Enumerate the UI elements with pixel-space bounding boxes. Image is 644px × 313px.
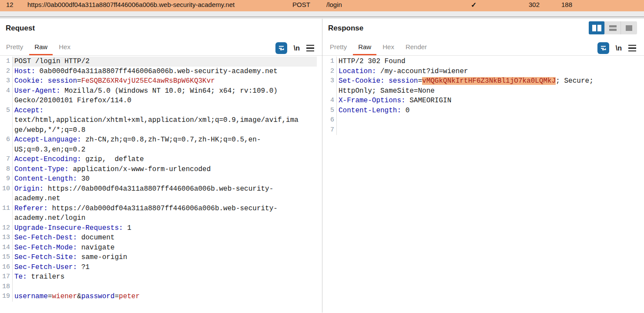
history-row[interactable]: 12 https://0ab000df04a311a8807ff446006a0… <box>0 0 644 11</box>
code-line[interactable]: 16Sec-Fetch-User: ?1 <box>0 263 322 273</box>
code-segment: Content-Length: <box>339 107 401 114</box>
code-segment: = <box>418 77 422 85</box>
line-number: 9 <box>0 174 13 184</box>
line-number: 11 <box>0 204 13 223</box>
line-number: 16 <box>0 263 13 273</box>
code-segment: Host: <box>14 67 35 75</box>
code-segment: same-origin <box>77 253 127 261</box>
tab-hex[interactable]: Hex <box>54 40 76 55</box>
code-segment: Accept-Language: <box>14 136 81 144</box>
line-number: 13 <box>0 233 13 243</box>
tab-hex[interactable]: Hex <box>377 40 399 55</box>
response-editor: 1HTTP/2 302 Found2Location: /my-account?… <box>322 55 644 135</box>
code-segment: Origin: <box>14 185 44 193</box>
code-line[interactable]: 11Referer: https://0ab000df04a311a8807ff… <box>0 204 322 223</box>
code-segment: password <box>81 293 115 300</box>
code-segment: = <box>114 293 119 300</box>
message-editor-area: Request PrettyRawHex \n 1POST /login <box>0 19 644 313</box>
code-line[interactable]: 13Sec-Fetch-Dest: document <box>0 233 322 243</box>
request-tabs: PrettyRawHex <box>1 40 77 55</box>
tab-raw[interactable]: Raw <box>353 40 376 55</box>
tab-pretty[interactable]: Pretty <box>1 40 28 55</box>
line-number: 1 <box>0 57 13 67</box>
code-line[interactable]: 18 <box>0 282 322 292</box>
code-line[interactable]: 15Sec-Fetch-Site: same-origin <box>0 252 322 263</box>
word-wrap-icon[interactable] <box>275 42 287 54</box>
code-line[interactable]: 5Content-Length: 0 <box>322 106 644 116</box>
code-line[interactable]: 17Te: trailers <box>0 272 322 282</box>
code-segment: username <box>14 293 48 300</box>
line-number: 3 <box>0 76 13 86</box>
code-segment: peter <box>119 293 140 300</box>
code-line[interactable]: 9Content-Length: 30 <box>0 174 322 184</box>
history-empty-row[interactable] <box>0 11 644 17</box>
code-line[interactable]: 6Accept-Language: zh-CN,zh;q=0.8,zh-TW;q… <box>0 135 322 155</box>
line-number: 17 <box>0 272 13 282</box>
response-panel-title: Response <box>328 24 363 33</box>
menu-icon[interactable] <box>628 45 636 52</box>
line-number: 12 <box>0 223 13 233</box>
code-line[interactable]: 4User-Agent: Mozilla/5.0 (Windows NT 10.… <box>0 86 322 106</box>
line-number: 4 <box>322 96 337 106</box>
code-segment: = <box>48 293 52 300</box>
line-number: 5 <box>322 106 337 116</box>
line-number: 7 <box>322 125 337 135</box>
code-line[interactable]: 1POST /login HTTP/2 <box>0 57 322 67</box>
code-line[interactable]: 6 <box>322 115 644 125</box>
code-line[interactable]: 4X-Frame-Options: SAMEORIGIN <box>322 96 644 106</box>
code-line[interactable]: 14Sec-Fetch-Mode: navigate <box>0 243 322 253</box>
code-segment: & <box>77 293 81 300</box>
menu-icon[interactable] <box>306 45 314 52</box>
code-line[interactable]: 1HTTP/2 302 Found <box>322 57 644 67</box>
line-number: 2 <box>322 67 337 77</box>
code-line[interactable]: 7Accept-Encoding: gzip, deflate <box>0 155 322 165</box>
code-line[interactable]: 12Upgrade-Insecure-Requests: 1 <box>0 223 322 233</box>
newline-toggle-icon[interactable]: \n <box>294 44 300 52</box>
request-toolbar: \n <box>275 42 314 54</box>
code-line[interactable]: 7 <box>322 125 644 135</box>
newline-toggle-icon[interactable]: \n <box>616 44 622 52</box>
tab-render[interactable]: Render <box>400 40 432 55</box>
code-line[interactable]: 3Cookie: session=FeSQBZ6XR4vjU25EC4awRsB… <box>0 76 322 86</box>
line-number: 15 <box>0 252 13 263</box>
code-segment: Sec-Fetch-Mode: <box>14 244 77 252</box>
word-wrap-icon[interactable] <box>597 42 609 54</box>
line-number: 6 <box>0 135 13 155</box>
code-segment: Accept: <box>14 107 44 114</box>
code-segment <box>44 77 48 85</box>
code-line[interactable]: 10Origin: https://0ab000df04a311a8807ff4… <box>0 184 322 204</box>
code-line[interactable]: 8Content-Type: application/x-www-form-ur… <box>0 165 322 175</box>
code-segment: navigate <box>77 244 114 252</box>
code-segment: Set-Cookie: <box>339 77 385 85</box>
code-line[interactable]: 3Set-Cookie: session=vMQGkQNkIrtHF6Z3NkB… <box>322 76 644 96</box>
code-segment: Content-Length: <box>14 175 77 183</box>
history-row-status: 302 <box>529 1 540 8</box>
code-line[interactable]: 2Location: /my-account?id=wiener <box>322 67 644 77</box>
history-row-method: POST <box>292 1 310 8</box>
request-editor: 1POST /login HTTP/22Host: 0ab000df04a311… <box>0 55 322 302</box>
tab-raw[interactable]: Raw <box>29 40 53 55</box>
code-segment: Cookie: <box>14 77 44 85</box>
code-line[interactable]: 5Accept: text/html,application/xhtml+xml… <box>0 106 322 135</box>
response-tabs: PrettyRawHexRender <box>325 40 433 55</box>
code-segment: Sec-Fetch-User: <box>14 263 77 271</box>
line-number: 18 <box>0 282 13 292</box>
code-segment: https://0ab000df04a311a8807ff446006a006b… <box>14 205 278 222</box>
code-line[interactable]: 19username=wiener&password=peter <box>0 292 322 302</box>
code-segment <box>385 77 389 85</box>
code-segment: 1 <box>123 224 131 232</box>
code-line[interactable]: 2Host: 0ab000df04a311a8807ff446006a006b.… <box>0 67 322 77</box>
history-row-length: 188 <box>561 1 572 8</box>
tab-pretty[interactable]: Pretty <box>325 40 352 55</box>
code-segment: /my-account?id=wiener <box>376 67 468 75</box>
code-segment: session <box>389 77 418 85</box>
response-panel-header: Response PrettyRawHexRender \n <box>322 19 644 55</box>
code-segment: document <box>77 234 114 242</box>
code-segment: application/x-www-form-urlencoded <box>69 165 211 173</box>
code-segment: 0ab000df04a311a8807ff446006a006b.web-sec… <box>35 67 278 75</box>
request-panel-title: Request <box>6 24 35 33</box>
code-segment: Sec-Fetch-Dest: <box>14 234 77 242</box>
code-segment: vMQGkQNkIrtHF6Z3NkBl1jO7ka0LQMkJ <box>422 77 556 85</box>
code-segment: ?1 <box>77 263 90 271</box>
line-number: 5 <box>0 106 13 135</box>
